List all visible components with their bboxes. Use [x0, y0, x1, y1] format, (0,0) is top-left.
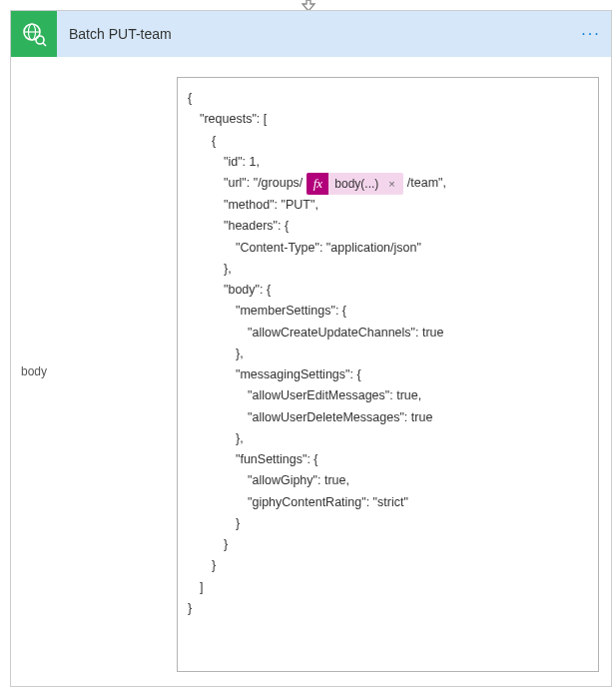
action-card-body: body { "requests": [ { "id": 1, "url": "…: [11, 57, 611, 686]
code-line: }: [188, 598, 588, 619]
code-text: /team",: [407, 173, 446, 194]
globe-search-icon: [11, 11, 57, 57]
action-card-header[interactable]: Batch PUT-team ···: [11, 11, 611, 57]
code-line: "headers": {: [188, 216, 588, 237]
svg-line-4: [43, 43, 46, 46]
code-line: },: [188, 344, 588, 364]
code-line: "giphyContentRating": "strict": [188, 492, 588, 513]
code-line: }: [188, 513, 588, 534]
action-menu-button[interactable]: ···: [571, 25, 611, 43]
code-line: "allowGiphy": true,: [188, 470, 588, 491]
code-line: "memberSettings": {: [188, 301, 588, 322]
body-editor[interactable]: { "requests": [ { "id": 1, "url": "/grou…: [177, 77, 599, 672]
fx-icon: fx: [307, 173, 328, 195]
token-remove-button[interactable]: ×: [384, 175, 398, 194]
svg-point-3: [36, 36, 44, 44]
code-line: "body": {: [188, 280, 588, 301]
action-title: Batch PUT-team: [57, 26, 571, 42]
code-line: "url": "/groups/ fx body(...) × /team",: [188, 173, 588, 195]
code-line: },: [188, 259, 588, 280]
code-line: {: [188, 131, 588, 152]
code-line: }: [188, 534, 588, 555]
code-line: "allowUserEditMessages": true,: [188, 385, 588, 406]
code-line: "Content-Type": "application/json": [188, 238, 588, 259]
expression-token[interactable]: fx body(...) ×: [307, 173, 402, 195]
code-line: ]: [188, 577, 588, 598]
code-text: "url": "/groups/: [224, 173, 303, 194]
token-label: body(...): [334, 174, 384, 194]
param-label: body: [11, 57, 171, 686]
code-line: "allowUserDeleteMessages": true: [188, 407, 588, 428]
code-line: "requests": [: [188, 109, 588, 130]
code-line: }: [188, 555, 588, 576]
code-line: },: [188, 428, 588, 449]
code-line: "allowCreateUpdateChannels": true: [188, 323, 588, 344]
code-line: {: [188, 88, 588, 109]
code-line: "id": 1,: [188, 152, 588, 173]
action-card: Batch PUT-team ··· body { "requests": [ …: [10, 10, 612, 687]
code-line: "method": "PUT",: [188, 195, 588, 216]
code-line: "funSettings": {: [188, 449, 588, 470]
code-line: "messagingSettings": {: [188, 364, 588, 385]
